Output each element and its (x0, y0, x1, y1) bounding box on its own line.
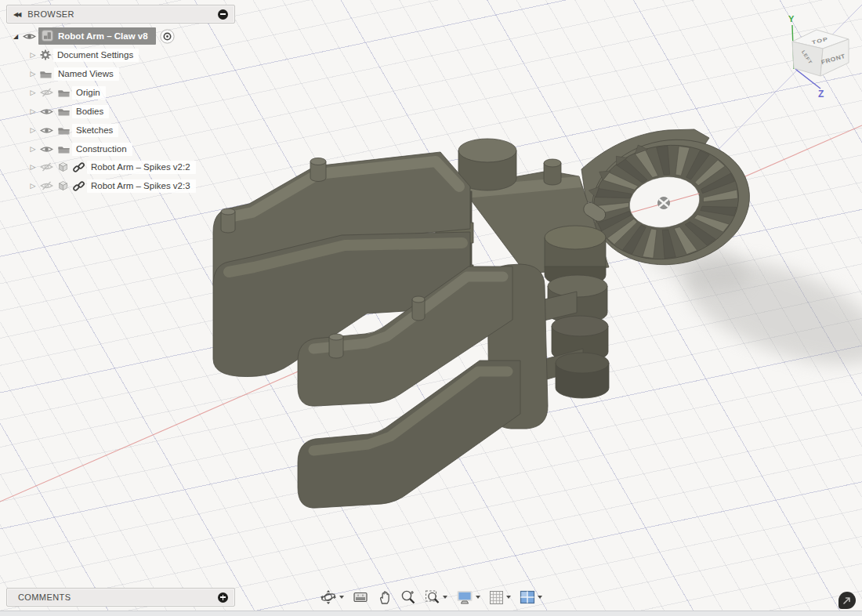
root-label: Robot Arm – Claw v8 (58, 31, 148, 41)
expand-arrow-icon[interactable] (28, 51, 38, 59)
navigation-toolbar (318, 586, 544, 608)
dropdown-caret-icon[interactable] (443, 596, 447, 599)
folder-icon (58, 89, 70, 97)
viewports-tool[interactable] (518, 589, 544, 605)
eye-off-icon[interactable] (40, 88, 53, 97)
tree-row-named-views[interactable]: Named Views (28, 66, 119, 82)
fit-icon (425, 589, 440, 605)
tree-row-sketches[interactable]: Sketches (28, 122, 118, 138)
expand-arrow-icon[interactable] (28, 126, 38, 134)
eye-off-icon[interactable] (40, 162, 53, 172)
root-component-chip[interactable]: Robot Arm – Claw v8 (38, 27, 156, 45)
add-comment-button[interactable] (218, 592, 228, 603)
look-at-tool[interactable] (351, 589, 370, 605)
component-icon (42, 30, 53, 42)
expand-arrow-icon[interactable] (28, 70, 38, 78)
viewport-canvas[interactable]: Y Z TOP LEFT FRONT (0, 0, 862, 616)
display-settings-tool[interactable] (455, 589, 482, 606)
tree-row-construction[interactable]: Construction (28, 141, 132, 157)
tree-item-label[interactable]: Named Views (58, 69, 114, 78)
expand-arrow-icon[interactable] (28, 182, 38, 190)
robot-claw-model[interactable] (0, 0, 862, 616)
feedback-arrow-icon (842, 596, 852, 605)
tree-item-label[interactable]: Document Settings (57, 50, 133, 60)
viewcube[interactable]: Y Z TOP LEFT FRONT (780, 9, 862, 102)
tree-item-label[interactable]: Sketches (76, 125, 113, 135)
browser-header[interactable]: BROWSER (6, 5, 235, 24)
axis-z-label: Z (818, 89, 824, 100)
zoom-tool[interactable] (399, 589, 418, 606)
eye-icon[interactable] (23, 32, 36, 41)
eye-icon[interactable] (40, 107, 53, 116)
dropdown-caret-icon[interactable] (506, 596, 511, 599)
tree-row-root[interactable]: Robot Arm – Claw v8 (11, 28, 177, 44)
collapse-panel-icon[interactable] (13, 11, 20, 18)
grid-and-snaps-tool[interactable] (487, 589, 512, 606)
eye-icon[interactable] (40, 126, 53, 135)
tree-item-label[interactable]: Construction (76, 144, 127, 154)
tree-row-spikes-v2-3[interactable]: Robot Arm – Spikes v2:3 (28, 178, 196, 194)
feedback-badge[interactable] (838, 592, 856, 609)
dropdown-caret-icon[interactable] (538, 596, 542, 599)
display-settings-icon (456, 589, 473, 605)
viewports-icon (520, 590, 535, 604)
expand-arrow-icon[interactable] (28, 107, 38, 115)
minimize-browser-button[interactable] (218, 9, 228, 20)
axis-y-label: Y (788, 14, 795, 24)
tree-row-bodies[interactable]: Bodies (28, 103, 109, 119)
tree-item-label[interactable]: Origin (76, 88, 100, 97)
folder-icon (58, 107, 70, 116)
claw-body (213, 128, 759, 508)
activate-component-radio[interactable] (160, 29, 175, 44)
tree-row-document-settings[interactable]: Document Settings (28, 47, 139, 63)
orbit-tool[interactable] (318, 589, 346, 606)
pan-tool[interactable] (375, 589, 393, 606)
orbit-icon (320, 589, 337, 605)
body-cube-icon (58, 180, 68, 191)
expand-arrow-icon[interactable] (28, 89, 38, 96)
look-at-icon (353, 590, 368, 604)
link-icon (73, 180, 85, 192)
eye-icon[interactable] (40, 145, 53, 154)
folder-icon (58, 145, 70, 154)
tree-item-label[interactable]: Bodies (76, 107, 103, 116)
link-icon (73, 161, 85, 173)
tree-row-origin[interactable]: Origin (28, 85, 106, 100)
dropdown-caret-icon[interactable] (339, 596, 344, 599)
origin-point-marker (658, 197, 670, 209)
zoom-icon (400, 589, 416, 605)
browser-title: BROWSER (27, 9, 74, 19)
folder-icon (58, 126, 70, 135)
fit-tool[interactable] (423, 589, 449, 606)
dropdown-caret-icon[interactable] (476, 596, 480, 599)
eye-off-icon[interactable] (40, 181, 53, 190)
tree-item-label[interactable]: Robot Arm – Spikes v2:3 (91, 181, 190, 190)
window-bottom-edge (0, 611, 862, 616)
tree-row-spikes-v2-2[interactable]: Robot Arm – Spikes v2:2 (28, 159, 196, 175)
gear-icon (40, 49, 51, 60)
folder-icon (40, 70, 52, 78)
expand-arrow-icon[interactable] (11, 32, 20, 40)
comments-bar[interactable]: COMMENTS (6, 588, 235, 607)
comments-title: COMMENTS (18, 592, 71, 602)
expand-arrow-icon[interactable] (28, 163, 38, 171)
expand-arrow-icon[interactable] (28, 145, 38, 153)
pan-hand-icon (377, 590, 392, 605)
body-cube-icon (58, 161, 68, 172)
grid-icon (489, 590, 504, 605)
tree-item-label[interactable]: Robot Arm – Spikes v2:2 (91, 162, 190, 172)
